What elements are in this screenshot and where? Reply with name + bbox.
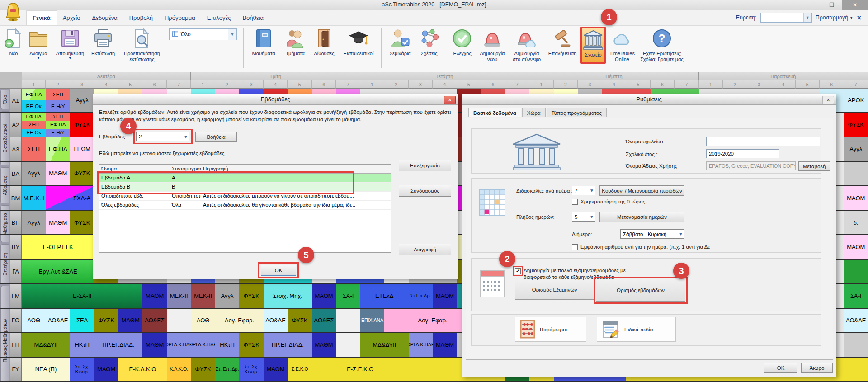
customize-button[interactable]: Προσαρμογή	[816, 14, 849, 21]
timetable-cell[interactable]: Ε-ΘΕΡ.ΕΓΚ	[22, 235, 94, 259]
ribbon-tab-Πρόγραμμα[interactable]: Πρόγραμμα	[159, 11, 201, 25]
timetable-cell[interactable]: ΟΡΓΑ.Κ.ΠΛΗ	[191, 333, 215, 357]
timetable-cell[interactable]: ΑΟΘ	[22, 309, 46, 332]
timetable-cell[interactable]: Αγγλ	[844, 137, 868, 161]
minimize-button[interactable]: –	[802, 0, 822, 10]
timetable-cell[interactable]: ΦΥΣΚ	[191, 358, 215, 381]
timetable-cell[interactable]: ΠΡ.ΕΓ.ΔΙΑΔ.	[264, 333, 312, 357]
teachers-button[interactable]: Εκπαιδευτικοί	[339, 26, 378, 69]
weeks-table-header-cell[interactable]: Συντομογραφ...	[170, 165, 201, 173]
weekend-dropdown-icon[interactable]: ▼	[679, 230, 683, 238]
timetable-cell[interactable]: ΣΕΠ	[22, 137, 46, 161]
timetables-online-button[interactable]: TimeTablesOnline	[607, 26, 637, 69]
ribbon-tab-Δεδομένα[interactable]: Δεδομένα	[86, 11, 123, 25]
find-dropdown-icon[interactable]: ▼	[803, 13, 811, 22]
timetable-cell[interactable]: Σ.Ε.Κ.Θ	[288, 358, 312, 381]
timetable-cell-part[interactable]: ΕΕ-Θκ	[22, 100, 46, 112]
generate-new-button[interactable]: Δημιουργίανέου	[476, 26, 508, 69]
timetable-cell[interactable]: ΕΦ.ΠΛΕΕ-Θκ	[22, 89, 46, 112]
settings-ok-button[interactable]: OK	[764, 363, 797, 373]
timetable-cell[interactable]: ΣΕΠΕ-Η/Υ	[46, 89, 70, 112]
timetable-cell[interactable]: ΜΑΘΜ	[844, 235, 868, 259]
show-number-checkbox[interactable]	[572, 244, 578, 250]
days-dropdown-icon[interactable]: ▼	[590, 212, 594, 221]
print-button[interactable]: Εκτύπωση	[88, 26, 118, 69]
timetable-cell[interactable]: Εργ.Αυτ.&ΣΑΕ	[22, 260, 94, 283]
define-terms-button[interactable]: Ορισμός Εξαμήνων	[515, 280, 594, 300]
timetable-cell[interactable]: Ε-ΣΑ-ΙΙ	[22, 284, 143, 308]
classes-button[interactable]: Τμήματα	[281, 26, 309, 69]
weeks-table-header-cell[interactable]: Όνομα	[99, 165, 170, 173]
timetable-cell[interactable]: ΣΕΔ	[70, 309, 94, 332]
weeks-table-row[interactable]: Εβδομάδα BB	[99, 183, 391, 192]
timetable-cell[interactable]: ΗΚτΠ	[70, 333, 94, 357]
timetable-cell[interactable]: ΜΑΘΜ	[142, 284, 167, 308]
timetable-cell[interactable]: ΜΑΘΜ	[46, 162, 70, 185]
settings-cancel-button[interactable]: Άκυρο	[801, 363, 833, 373]
combine-button[interactable]: Συνδυασμός	[399, 185, 451, 197]
timetable-cell[interactable]: Κ.Λ.Κ.Θ.	[167, 358, 191, 381]
timetable-cell[interactable]: ΜΑΘΜ	[118, 309, 143, 332]
weeks-dialog-close-icon[interactable]: ✕	[444, 96, 456, 104]
classrooms-button[interactable]: Αίθουσες	[310, 26, 338, 69]
timetable-cell[interactable]: ΕΦ.ΠΛΣΕΠΕΕ-Θκ	[22, 113, 46, 137]
weeks-table-row[interactable]: Όλες εβδομάδεςΌλαΑυτές οι διδασκαλίες θα…	[99, 201, 391, 210]
timetable-cell[interactable]: ΣΕΠΕΦ.ΠΛΕ-Η/Υ	[46, 113, 70, 137]
timetable-cell[interactable]: ΦΥΣΚ	[70, 211, 94, 234]
row-label-ΒΥ[interactable]: ΒΥ	[10, 235, 22, 259]
view-scope-select[interactable]: Όλο▼	[169, 28, 237, 40]
settings-dialog-titlebar[interactable]: Ρυθμίσεις ✕	[462, 94, 836, 105]
timetable-cell[interactable]: δ.	[844, 211, 868, 234]
lessons-per-day-select[interactable]: 7 ▼	[572, 186, 595, 195]
timetable-cell[interactable]	[167, 309, 191, 332]
timetable-cell-part[interactable]: ΕΦ.ΠΛ	[22, 89, 46, 100]
weeks-table-row[interactable]: Οποιαδήποτε εβδ.ΟποιοδήποτεΑυτές οι διδα…	[99, 192, 391, 201]
timetable-cell[interactable]	[844, 333, 868, 357]
timetable-cell[interactable]: ΑΟ&ΔΕ	[844, 309, 868, 332]
delete-button[interactable]: Διαγραφή	[399, 244, 451, 255]
rename-days-button[interactable]: Μετονομασία ημερών	[599, 212, 684, 222]
timetable-cell[interactable]: Λογ. Εφαρ.	[215, 309, 264, 332]
timetable-cell[interactable]: ΜΔ&ΔΥΙΙ	[360, 333, 409, 357]
settings-tab-Τύπος προγράμματος[interactable]: Τύπος προγράμματος	[547, 108, 607, 117]
ribbon-tab-Γενικά[interactable]: Γενικά	[26, 10, 57, 25]
timetable-cell[interactable]: ΜΑΘΜ	[433, 284, 457, 308]
timetable-cell[interactable]: ΑΟΘ	[191, 309, 215, 332]
timetable-cell[interactable]: Ε-Σ.Ε.Κ.Θ	[312, 358, 409, 381]
timetable-cell[interactable]: ΟΡΓΑ.Κ.ΠΛΗ	[167, 333, 191, 357]
print-preview-button[interactable]: Προεπισκόπησηεκτύπωσης	[119, 26, 165, 69]
row-label-ΓΟ[interactable]: ΓΟ	[10, 309, 22, 332]
timetable-cell[interactable]: ΜΑΘΜ	[844, 186, 868, 210]
zero-hour-checkbox[interactable]	[572, 199, 578, 205]
generate-cloud-button[interactable]: Δημιουργίαστο σύννεφο	[509, 26, 544, 69]
timetable-cell[interactable]: ΔΟ&ΕΣ	[142, 309, 167, 332]
timetable-cell[interactable]	[336, 333, 360, 357]
customize-arrow-icon[interactable]: ▼	[849, 16, 853, 20]
lessons-dropdown-icon[interactable]: ▼	[590, 186, 594, 195]
timetable-cell[interactable]: ΣΑ-Ι	[336, 284, 360, 308]
timetable-cell[interactable]: Αγγλ	[22, 211, 46, 234]
row-label-ΓΜ[interactable]: ΓΜ	[10, 284, 22, 308]
relations-button[interactable]: Σχέσεις	[416, 26, 442, 69]
verify-button[interactable]: Επαλήθευση	[545, 26, 580, 69]
timetable-cell-part[interactable]: ΣΕΠ	[46, 89, 70, 100]
subjects-button[interactable]: Μαθήματα	[247, 26, 280, 69]
row-label-ΓΛ[interactable]: ΓΛ	[10, 260, 22, 283]
timetable-cell[interactable]: ΜΑΘΜ	[142, 333, 167, 357]
timetable-cell[interactable]: ΦΥΣΚ	[288, 309, 312, 332]
timetable-cell[interactable]: ΔΟ&ΕΣ	[312, 309, 336, 332]
timetable-cell[interactable]: Στοιχ. Μηχ.	[264, 284, 312, 308]
timetable-cell[interactable]: ΝΕΑ (Π)	[22, 358, 71, 381]
timetable-cell[interactable]: ΓΕΩΜ	[70, 137, 94, 161]
timetable-cell-part[interactable]: ΣΕΠ	[46, 113, 70, 121]
multi-term-checkbox[interactable]: ✓	[515, 268, 521, 274]
timetable-cell[interactable]: ΕΦ.ΠΛ	[46, 137, 70, 161]
timetable-cell[interactable]: Στ. Σχ. Κεντρ.	[70, 358, 94, 381]
timetable-cell-part[interactable]: Ε-Η/Υ	[46, 129, 70, 137]
weeks-ok-button[interactable]: OK	[261, 265, 296, 276]
timetable-cell[interactable]: ΦΥΣΚ	[239, 284, 264, 308]
timetable-cell[interactable]: Αγγλ	[215, 284, 240, 308]
timetable-cell[interactable]: ΜΑΘΜ	[433, 333, 457, 357]
row-label-Α3[interactable]: Α3	[10, 137, 22, 161]
open-button[interactable]: Άνοιγμα▼	[25, 26, 52, 69]
